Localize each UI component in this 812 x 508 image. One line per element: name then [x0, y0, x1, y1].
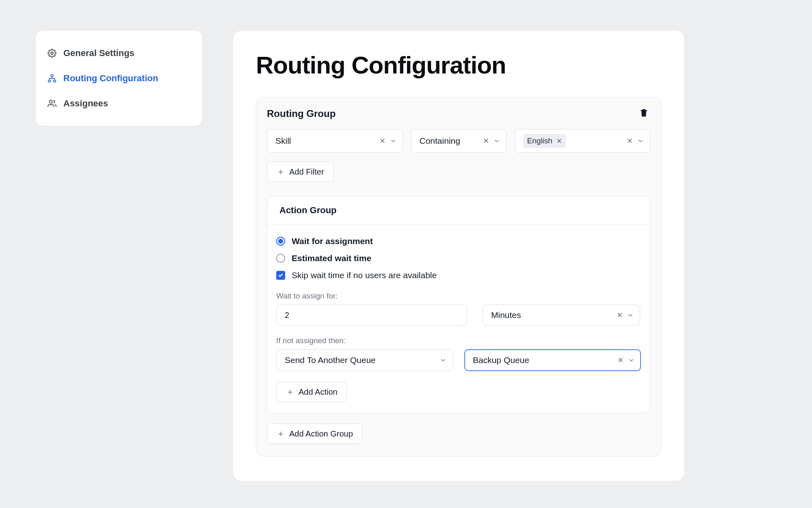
checkbox-icon[interactable]	[276, 271, 285, 280]
clear-icon[interactable]: ✕	[379, 137, 385, 145]
wait-to-assign-label: Wait to assign for:	[276, 292, 641, 300]
select-value: Containing	[420, 136, 460, 146]
fallback-queue-select[interactable]: Backup Queue ✕	[464, 349, 641, 371]
radio-estimated-wait-time[interactable]: Estimated wait time	[276, 253, 641, 263]
sidebar-item-assignees[interactable]: Assignees	[36, 91, 202, 116]
add-filter-button[interactable]: ＋ Add Filter	[267, 162, 333, 182]
chevron-down-icon[interactable]	[627, 311, 634, 319]
radio-label: Wait for assignment	[292, 236, 373, 246]
users-icon	[47, 99, 57, 108]
main-panel: Routing Configuration Routing Group Skil…	[233, 31, 684, 481]
button-label: Add Filter	[289, 167, 324, 177]
button-label: Add Action	[299, 387, 338, 397]
filter-condition-select[interactable]: Containing ✕	[411, 129, 507, 153]
radio-wait-for-assignment[interactable]: Wait for assignment	[276, 236, 641, 246]
chevron-down-icon[interactable]	[440, 357, 447, 364]
page-title: Routing Configuration	[256, 51, 661, 79]
action-group-title: Action Group	[267, 196, 650, 225]
plus-icon: ＋	[286, 387, 294, 396]
checkbox-skip-wait[interactable]: Skip wait time if no users are available	[276, 270, 641, 280]
sidebar-item-general-settings[interactable]: General Settings	[36, 41, 202, 66]
add-action-button[interactable]: ＋ Add Action	[276, 382, 347, 402]
filter-value-select[interactable]: English ✕ ✕	[515, 129, 651, 153]
sidebar-item-label: Assignees	[63, 98, 108, 109]
plus-icon: ＋	[276, 167, 285, 176]
fallback-action-select[interactable]: Send To Another Queue	[276, 349, 453, 371]
clear-icon[interactable]: ✕	[617, 311, 623, 319]
action-group-card: Action Group Wait for assignment Estimat…	[267, 196, 650, 413]
chevron-down-icon[interactable]	[628, 357, 635, 364]
routing-group-card: Routing Group Skill ✕ Containing ✕	[256, 97, 661, 456]
select-value: Minutes	[491, 310, 521, 320]
checkbox-label: Skip wait time if no users are available	[292, 270, 437, 280]
remove-tag-icon[interactable]: ✕	[556, 137, 562, 145]
radio-label: Estimated wait time	[292, 253, 371, 263]
chevron-down-icon[interactable]	[637, 137, 644, 145]
sidebar-item-label: Routing Configuration	[63, 73, 158, 84]
wait-unit-select[interactable]: Minutes ✕	[483, 305, 640, 326]
svg-point-4	[50, 100, 52, 103]
gear-icon	[47, 48, 57, 58]
select-value: Skill	[275, 136, 291, 146]
value-tag: English ✕	[523, 134, 566, 148]
trash-icon[interactable]	[639, 108, 650, 119]
clear-icon[interactable]: ✕	[617, 357, 624, 364]
clear-icon[interactable]: ✕	[627, 137, 633, 145]
clear-icon[interactable]: ✕	[483, 137, 489, 145]
add-action-group-button[interactable]: ＋ Add Action Group	[267, 424, 362, 444]
routing-group-title: Routing Group	[267, 108, 336, 119]
sidebar-item-routing-configuration[interactable]: Routing Configuration	[36, 66, 202, 91]
select-value: Backup Queue	[473, 355, 529, 365]
chevron-down-icon[interactable]	[390, 137, 397, 145]
wait-duration-input[interactable]	[276, 305, 467, 326]
sitemap-icon	[47, 73, 57, 83]
tag-label: English	[527, 136, 552, 145]
radio-icon[interactable]	[276, 254, 285, 263]
select-value: Send To Another Queue	[285, 355, 376, 365]
svg-rect-2	[48, 80, 51, 82]
svg-point-0	[51, 52, 53, 54]
button-label: Add Action Group	[289, 429, 353, 439]
if-not-assigned-label: If not assigned then:	[276, 336, 641, 345]
sidebar: General Settings Routing Configuration A…	[36, 31, 202, 126]
plus-icon: ＋	[276, 429, 285, 438]
radio-icon[interactable]	[276, 237, 285, 246]
chevron-down-icon[interactable]	[493, 137, 500, 145]
svg-rect-1	[51, 75, 53, 77]
svg-rect-3	[54, 80, 56, 82]
sidebar-item-label: General Settings	[63, 48, 134, 58]
filter-field-select[interactable]: Skill ✕	[267, 129, 403, 153]
